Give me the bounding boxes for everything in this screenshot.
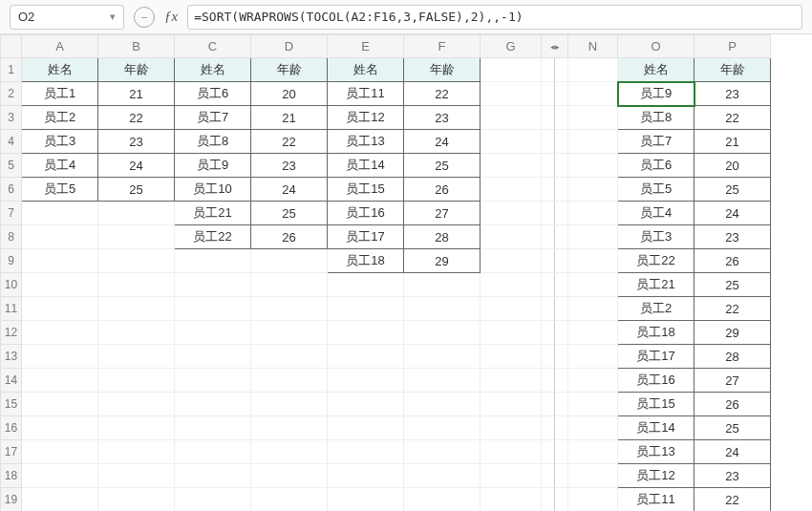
cell[interactable]: 年龄 [404,58,481,82]
cell[interactable]: 20 [251,82,328,106]
cell[interactable] [481,225,542,249]
cell[interactable] [568,440,618,464]
cell[interactable]: 员工17 [328,225,404,249]
row-header[interactable]: 13 [1,345,22,369]
cell[interactable] [328,488,404,512]
cell[interactable]: 20 [694,154,771,178]
cell[interactable]: 25 [694,273,771,297]
col-header-O[interactable]: O [618,35,694,58]
cell[interactable] [481,58,542,82]
col-header-G[interactable]: G [481,35,542,58]
cell[interactable]: 26 [251,225,328,249]
cell[interactable] [481,154,542,178]
cell[interactable] [175,416,251,440]
cell[interactable] [328,273,404,297]
cell[interactable] [175,297,251,321]
cell[interactable] [481,106,542,130]
cell[interactable]: 24 [694,202,771,225]
cell[interactable]: 员工4 [618,202,694,225]
cell[interactable] [251,249,328,273]
cell[interactable] [22,440,98,464]
cell[interactable]: 员工18 [618,321,694,345]
cell[interactable] [251,440,328,464]
cell[interactable]: 员工7 [175,106,251,130]
cell[interactable] [481,321,542,345]
cell[interactable]: 23 [251,154,328,178]
cell[interactable]: 员工17 [618,345,694,369]
cell[interactable]: 23 [694,464,771,488]
cell[interactable] [251,273,328,297]
cell[interactable] [98,273,175,297]
cell[interactable] [568,345,618,369]
cell[interactable] [98,393,175,416]
cell[interactable]: 23 [404,106,481,130]
cell[interactable] [568,297,618,321]
cell[interactable] [481,464,542,488]
row-header[interactable]: 9 [1,249,22,273]
cell[interactable] [98,249,175,273]
cell[interactable] [404,416,481,440]
cell[interactable]: 员工6 [618,154,694,178]
cell[interactable]: 25 [694,178,771,202]
cell[interactable] [251,416,328,440]
cell[interactable] [404,321,481,345]
cell[interactable] [568,249,618,273]
cell[interactable] [175,321,251,345]
cell[interactable] [568,130,618,154]
cell[interactable] [481,273,542,297]
cell[interactable] [481,178,542,202]
cell[interactable]: 22 [694,488,771,512]
row-header[interactable]: 7 [1,202,22,225]
cell[interactable] [481,130,542,154]
cell[interactable]: 员工11 [328,82,404,106]
corner-cell[interactable] [1,35,22,58]
cell[interactable] [481,488,542,512]
cell[interactable] [22,464,98,488]
cell[interactable] [98,416,175,440]
cell[interactable]: 22 [98,106,175,130]
cell[interactable]: 26 [404,178,481,202]
cell[interactable] [404,464,481,488]
row-header[interactable]: 6 [1,178,22,202]
cell[interactable]: 23 [694,82,771,106]
cell[interactable] [568,202,618,225]
cell[interactable]: 员工15 [328,178,404,202]
cell[interactable]: 年龄 [98,58,175,82]
cell[interactable]: 员工2 [618,297,694,321]
cell[interactable]: 姓名 [22,58,98,82]
cell[interactable] [481,440,542,464]
cell[interactable] [251,369,328,393]
chevron-down-icon[interactable]: ▾ [110,11,116,23]
name-box[interactable]: O2 ▾ [10,5,124,30]
cell[interactable] [328,440,404,464]
cell[interactable] [98,464,175,488]
cell[interactable]: 员工21 [618,273,694,297]
cell[interactable]: 24 [404,130,481,154]
cell[interactable]: 24 [251,178,328,202]
spreadsheet-grid[interactable]: A B C D E F G ◂▸ N O P 1姓名年龄姓名年龄姓名年龄姓名年龄… [0,34,771,511]
cell[interactable] [251,345,328,369]
cell[interactable]: 员工15 [618,393,694,416]
cell[interactable] [175,393,251,416]
cell[interactable] [328,464,404,488]
cell[interactable] [481,369,542,393]
cell[interactable] [404,393,481,416]
cell[interactable]: 员工13 [618,440,694,464]
row-header[interactable]: 17 [1,440,22,464]
cell[interactable] [328,416,404,440]
cell[interactable] [481,416,542,440]
cell[interactable]: 27 [404,202,481,225]
row-header[interactable]: 14 [1,369,22,393]
row-header[interactable]: 10 [1,273,22,297]
cell[interactable]: 26 [694,249,771,273]
row-header[interactable]: 11 [1,297,22,321]
row-header[interactable]: 1 [1,58,22,82]
cell[interactable] [481,297,542,321]
cell[interactable] [251,297,328,321]
cell[interactable]: 员工16 [328,202,404,225]
cell[interactable]: 22 [251,130,328,154]
cell[interactable]: 员工5 [22,178,98,202]
cell[interactable]: 姓名 [328,58,404,82]
col-header-N[interactable]: N [568,35,618,58]
active-cell[interactable]: 员工9 [618,82,694,106]
